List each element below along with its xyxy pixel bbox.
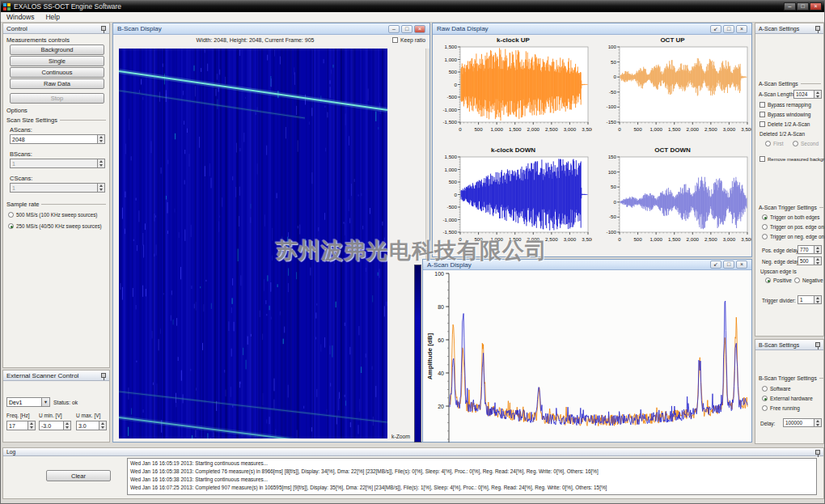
pin-icon[interactable] xyxy=(101,26,106,31)
software-option[interactable]: Software xyxy=(762,386,791,392)
radio-icon[interactable] xyxy=(8,212,14,218)
maximize-icon[interactable]: □ xyxy=(723,260,734,269)
free-running-option[interactable]: Free running xyxy=(762,405,800,411)
pin-icon[interactable] xyxy=(101,373,106,378)
cscans-spinner[interactable] xyxy=(98,183,105,193)
pin-icon[interactable] xyxy=(815,342,820,347)
remove-background-option[interactable]: Remove measured background xyxy=(759,156,825,162)
freq-spinner[interactable] xyxy=(28,421,36,430)
first-option[interactable]: First xyxy=(765,141,784,146)
radio-icon[interactable] xyxy=(765,277,771,283)
sample-rate-250-option[interactable]: 250 MS/s (40/50 KHz sweep sources) xyxy=(8,223,102,229)
restore-icon[interactable]: ↙ xyxy=(710,260,721,269)
minimize-icon[interactable]: – xyxy=(388,25,400,33)
checkbox-icon[interactable] xyxy=(392,37,398,43)
maximize-icon[interactable]: □ xyxy=(797,2,809,11)
bscan-window-titlebar[interactable]: B-Scan Display – □ × xyxy=(113,23,429,35)
checkbox-icon[interactable] xyxy=(759,112,765,117)
keep-ratio-option[interactable]: Keep ratio xyxy=(392,37,425,43)
close-icon[interactable]: × xyxy=(736,260,747,269)
external-hardware-option[interactable]: External hardware xyxy=(762,396,813,401)
maximize-icon[interactable]: □ xyxy=(401,25,412,33)
neg-delay-spinner[interactable] xyxy=(814,256,822,265)
delay-spinner[interactable] xyxy=(814,418,822,427)
close-icon[interactable]: × xyxy=(414,25,425,33)
radio-icon[interactable] xyxy=(765,141,771,146)
trigger-divider-input[interactable] xyxy=(798,295,814,304)
trigger-pos-option[interactable]: Trigger on pos. edge only xyxy=(762,224,825,230)
bypass-remapping-option[interactable]: Bypass remapping xyxy=(759,102,811,108)
stop-button[interactable]: Stop xyxy=(10,93,104,104)
kclock-down-plot[interactable]: 1,5001,0005000-500-1,000-1,50005001,0001… xyxy=(434,155,592,253)
freq-input[interactable] xyxy=(6,421,28,430)
checkbox-icon[interactable] xyxy=(759,102,765,108)
cscans-input[interactable] xyxy=(10,183,98,193)
bscan-image[interactable] xyxy=(119,49,387,438)
oct-down-plot[interactable]: 150100500-50-10005001,0001,5002,0002,500… xyxy=(594,155,751,253)
umax-spinner[interactable] xyxy=(99,421,107,430)
ascan-window-titlebar[interactable]: A-Scan Display ↙ □ × xyxy=(423,260,751,270)
trigger-divider-spinner[interactable] xyxy=(814,295,822,304)
pin-icon[interactable] xyxy=(815,26,820,31)
svg-text:1,500: 1,500 xyxy=(668,236,681,242)
bypass-windowing-option[interactable]: Bypass windowing xyxy=(759,112,810,117)
umax-input[interactable] xyxy=(76,421,99,430)
radio-icon[interactable] xyxy=(762,405,768,411)
close-icon[interactable]: × xyxy=(810,2,822,11)
chevron-down-icon[interactable]: ▼ xyxy=(41,398,49,406)
radio-icon[interactable] xyxy=(8,223,14,229)
oct-up-plot[interactable]: 100500-50-100-15005001,0001,5002,0002,50… xyxy=(594,44,751,143)
pin-icon[interactable] xyxy=(815,450,820,455)
ascan-length-label: A-Scan Length: xyxy=(759,91,795,97)
single-button[interactable]: Single xyxy=(10,56,104,66)
continuous-button[interactable]: Continuous xyxy=(10,67,104,78)
ascans-spinner[interactable] xyxy=(98,134,105,144)
clear-button[interactable]: Clear xyxy=(46,470,111,481)
pos-delay-input[interactable] xyxy=(798,245,814,254)
menu-help[interactable]: Help xyxy=(40,13,65,21)
kclock-up-plot[interactable]: 1,5001,0005000-500-1,000-1,50005001,0001… xyxy=(434,44,592,143)
sample-rate-500-option[interactable]: 500 MS/s (100 KHz sweep sources) xyxy=(8,212,97,218)
ascan-plot[interactable]: 10080604020Amplitude [dB] xyxy=(425,271,751,443)
minimize-icon[interactable]: – xyxy=(784,2,796,11)
trigger-neg-option[interactable]: Trigger on neg. edge only xyxy=(762,234,825,239)
maximize-icon[interactable]: □ xyxy=(723,25,734,33)
radio-icon[interactable] xyxy=(794,277,800,283)
window-titlebar[interactable]: EXALOS SS-OCT Engine Software – □ × xyxy=(1,1,824,12)
bscans-input[interactable] xyxy=(10,159,98,168)
umin-spinner[interactable] xyxy=(64,421,71,430)
radio-icon[interactable] xyxy=(762,214,768,220)
radio-icon[interactable] xyxy=(762,396,768,401)
ascans-input[interactable] xyxy=(10,134,98,144)
delete-half-ascan-option[interactable]: Delete 1/2 A-Scan xyxy=(759,121,810,127)
radio-icon[interactable] xyxy=(762,386,768,392)
ascan-length-input[interactable] xyxy=(793,90,814,99)
negative-option[interactable]: Negative xyxy=(794,277,823,283)
rawdata-window-titlebar[interactable]: Raw Data Display ↙ □ × xyxy=(433,23,751,35)
kclock-down-quadrant: k-clock DOWN 1,5001,0005000-500-1,000-1,… xyxy=(434,146,592,254)
umin-input[interactable] xyxy=(39,421,64,430)
delay-input[interactable] xyxy=(783,418,814,427)
radio-icon[interactable] xyxy=(762,234,768,239)
radio-icon[interactable] xyxy=(793,141,798,146)
positive-option[interactable]: Positive xyxy=(765,277,792,283)
raw-data-button[interactable]: Raw Data xyxy=(10,78,104,89)
menu-windows[interactable]: Windows xyxy=(1,13,40,21)
svg-text:0: 0 xyxy=(618,126,621,132)
close-icon[interactable]: × xyxy=(736,25,747,33)
checkbox-icon[interactable] xyxy=(759,156,765,162)
radio-icon[interactable] xyxy=(762,224,768,230)
restore-icon[interactable]: ↙ xyxy=(710,25,721,33)
neg-delay-input[interactable] xyxy=(798,256,814,265)
log-text-area[interactable]: Wed Jan 16 16:05:19 2013: Starting conti… xyxy=(127,458,817,495)
bscans-spinner[interactable] xyxy=(98,159,105,168)
svg-text:500: 500 xyxy=(449,69,458,74)
ascan-length-spinner[interactable] xyxy=(814,90,822,99)
device-dropdown[interactable]: Dev1 ▼ xyxy=(6,397,50,407)
trigger-both-option[interactable]: Trigger on both edges xyxy=(762,214,819,220)
checkbox-icon[interactable] xyxy=(759,121,765,127)
background-button[interactable]: Background xyxy=(10,44,104,55)
second-option[interactable]: Second xyxy=(793,141,819,146)
svg-text:-1,500: -1,500 xyxy=(442,119,457,125)
pos-delay-spinner[interactable] xyxy=(814,245,822,254)
